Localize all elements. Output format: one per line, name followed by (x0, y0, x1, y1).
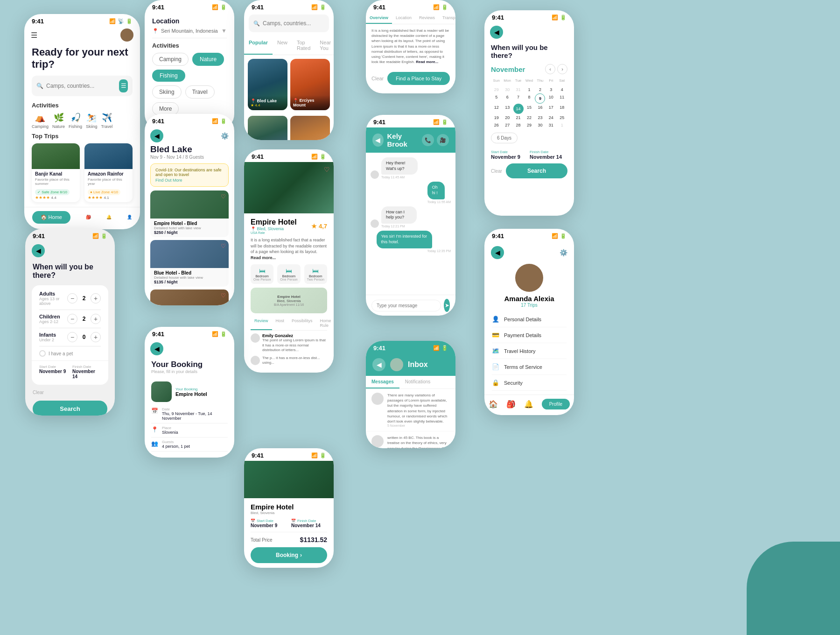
cal-next-btn[interactable]: › (557, 64, 567, 74)
video-call-icon[interactable]: 🎥 (437, 134, 449, 146)
children-minus[interactable]: − (67, 314, 77, 324)
favorite-icon-blue[interactable]: ♡ (221, 243, 226, 249)
settings-icon[interactable]: ⚙️ (560, 249, 567, 256)
cal-day-selected[interactable]: 14 (513, 104, 524, 114)
tab-top-rated[interactable]: Top Rated (292, 36, 315, 55)
read-more-link[interactable]: Read more... (251, 255, 276, 260)
tab-notifications[interactable]: Notifications (399, 376, 436, 388)
nav-profile-active[interactable]: Profile (542, 399, 570, 409)
room-opt-single2[interactable]: 🛏 Bedroom One Person (277, 264, 300, 284)
phone-call-icon[interactable]: 📞 (422, 134, 434, 146)
hotel-card-sunshine[interactable]: ♡ (150, 289, 229, 305)
cal-day[interactable]: 18 (557, 104, 567, 114)
clear-button-overview[interactable]: Clear (371, 76, 384, 81)
place-card-mountain[interactable] (248, 116, 287, 140)
nav-alerts[interactable]: 🔔 (106, 215, 112, 219)
hotel-card-empire[interactable]: ♡ Empire Hotel - Bled Detailed hotel wit… (150, 190, 229, 237)
cal-clear-button[interactable]: Clear (491, 169, 502, 174)
cal-day[interactable]: 22 (524, 114, 534, 121)
back-button-inbox[interactable]: ◀ (372, 358, 385, 371)
cal-day[interactable]: 1 (557, 121, 567, 129)
filter-button[interactable]: ☰ (119, 79, 128, 92)
chat-input-row[interactable]: ➤ (366, 295, 455, 316)
search-input[interactable] (46, 83, 116, 89)
tab-popular[interactable]: Popular (244, 36, 273, 55)
cal-prev-btn[interactable]: ‹ (545, 64, 555, 74)
inbox-msg-1[interactable]: There are many variations of passages of… (366, 389, 455, 431)
menu-payment-details[interactable]: 💳 Payment Details (492, 327, 567, 343)
cal-day[interactable]: 26 (491, 121, 502, 129)
infants-stepper[interactable]: − 0 + (67, 332, 101, 342)
cal-day[interactable]: 17 (546, 104, 556, 114)
cal-day[interactable]: 6 (502, 93, 512, 104)
pill-camping[interactable]: Camping (152, 53, 189, 66)
activity-fishing[interactable]: 🎣 Fishing (69, 113, 82, 129)
nav-profile[interactable]: 👤 (127, 215, 132, 219)
send-button[interactable]: ➤ (444, 299, 450, 312)
back-button-when-gray[interactable]: ◀ (32, 244, 45, 257)
back-button-chat[interactable]: ◀ (372, 134, 384, 147)
tab-review[interactable]: Review (251, 316, 272, 330)
back-button-profile[interactable]: ◀ (491, 246, 504, 259)
cal-day[interactable]: 15 (524, 104, 534, 114)
infants-minus[interactable]: − (67, 332, 77, 342)
cal-day[interactable]: 4 (557, 86, 567, 93)
cal-day[interactable]: 5 (491, 93, 502, 104)
nav-home-button[interactable]: 🏠 Home (32, 211, 70, 224)
back-button-booking[interactable]: ◀ (150, 342, 163, 355)
tab-host[interactable]: Host (272, 316, 288, 330)
cal-day[interactable]: 24 (546, 114, 556, 121)
favorite-icon-sunshine[interactable]: ♡ (221, 292, 226, 299)
chevron-down-icon[interactable]: ▼ (221, 28, 227, 34)
search-bar[interactable]: 🔍 ☰ (32, 76, 133, 96)
children-plus[interactable]: + (91, 314, 101, 324)
cal-day[interactable]: 12 (491, 104, 502, 114)
find-place-button[interactable]: Find a Place to Stay (387, 72, 450, 85)
cal-day[interactable]: 1 (524, 86, 534, 93)
favorite-icon-empire-hero[interactable]: ♡ (324, 166, 330, 173)
tab-location[interactable]: Location (392, 13, 415, 24)
cal-day[interactable]: 11 (557, 93, 567, 104)
back-button-bled[interactable]: ◀ (150, 129, 163, 142)
cal-day-today[interactable]: 9 (535, 93, 545, 104)
cal-day[interactable]: 25 (557, 114, 567, 121)
trip-amazon[interactable]: Amazon Rainfor Favorite place of this ye… (84, 143, 133, 202)
activity-travel[interactable]: ✈️ Travel (101, 113, 113, 129)
tab-new[interactable]: New (273, 36, 292, 55)
location-row[interactable]: 📍 Seri Mountain, Indonesia ▼ (152, 28, 227, 38)
cal-day[interactable]: 28 (513, 121, 524, 129)
cal-day[interactable]: 30 (535, 121, 546, 129)
menu-icon[interactable]: ☰ (31, 31, 37, 40)
place-card-bled[interactable]: 📍 Bled Lake ★ 4.4 (248, 59, 287, 110)
children-stepper[interactable]: − 2 + (67, 314, 101, 324)
back-button-cal[interactable]: ◀ (490, 26, 503, 39)
place-card-sunset[interactable] (290, 116, 330, 140)
favorite-icon-empire[interactable]: ♡ (221, 193, 226, 200)
pet-row[interactable]: I have a pet (32, 346, 108, 360)
menu-personal-details[interactable]: 👤 Personal Details (492, 311, 567, 327)
cal-day[interactable]: 29 (491, 86, 502, 93)
infants-plus[interactable]: + (91, 332, 101, 342)
hotel-card-blue[interactable]: ♡ Blue Hotel - Bled Detailed house with … (150, 240, 229, 287)
inbox-msg-2[interactable]: written in 45 BC. This book is a treatis… (366, 431, 455, 448)
activity-nature[interactable]: 🌿 Nature (52, 113, 65, 129)
cal-day[interactable]: 2 (535, 86, 546, 93)
pill-nature[interactable]: Nature (192, 53, 224, 66)
room-opt-double[interactable]: 🛏 Bedroom Two Person (304, 264, 327, 284)
activity-skiing[interactable]: ⛷️ Skiing (86, 113, 98, 129)
nav-bag-profile[interactable]: 🎒 (506, 400, 516, 409)
cal-day[interactable]: 16 (535, 104, 546, 114)
nav-explore[interactable]: 🎒 (86, 215, 91, 219)
cal-day[interactable]: 31 (513, 86, 524, 93)
cal-search-button[interactable]: Search (506, 163, 567, 178)
find-out-more-link[interactable]: Find Out More (155, 178, 224, 183)
cal-day[interactable]: 29 (524, 121, 534, 129)
chat-message-input[interactable] (371, 300, 441, 311)
place-card-erciyes[interactable]: 📍 Erciyes Mount (290, 59, 330, 110)
search-bar-popular[interactable]: 🔍 ☰ (249, 14, 329, 32)
cal-day[interactable]: 13 (502, 104, 512, 114)
tab-overview[interactable]: Overview (366, 13, 392, 24)
booking-button[interactable]: Booking › (251, 547, 327, 563)
menu-terms[interactable]: 📄 Terms of Service (492, 359, 567, 375)
trip-banjir[interactable]: Banjir Kanal Favorite place of this summ… (32, 143, 80, 202)
